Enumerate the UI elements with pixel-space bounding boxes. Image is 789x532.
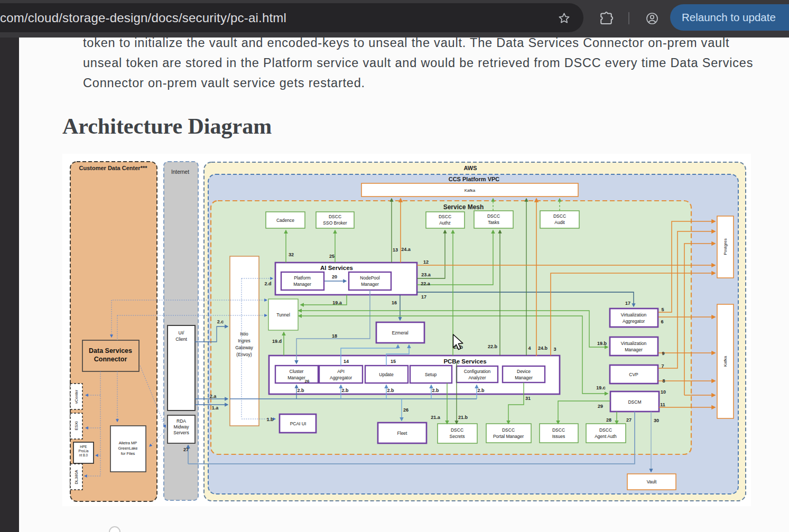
svg-text:API: API [337, 369, 345, 374]
svg-text:DSCC: DSCC [451, 427, 463, 433]
svg-text:NodePool: NodePool [360, 275, 379, 281]
svg-text:AWS: AWS [463, 165, 477, 171]
svg-text:22.a: 22.a [421, 281, 431, 286]
svg-text:Connector: Connector [94, 356, 127, 363]
svg-text:8: 8 [662, 378, 665, 384]
svg-text:Alletra MP: Alletra MP [119, 441, 137, 445]
svg-text:Data Services: Data Services [89, 347, 132, 354]
svg-text:CCS Platform VPC: CCS Platform VPC [449, 176, 500, 182]
svg-text:11: 11 [660, 402, 665, 407]
svg-text:DSCM: DSCM [628, 399, 641, 405]
svg-text:vCenter: vCenter [74, 389, 79, 404]
svg-text:Postgres: Postgres [723, 238, 728, 255]
svg-text:Aggregator: Aggregator [330, 375, 352, 380]
svg-text:16: 16 [392, 300, 397, 305]
svg-text:21.a: 21.a [431, 415, 441, 420]
svg-text:(Envoy): (Envoy) [236, 352, 252, 357]
svg-text:Tasks: Tasks [488, 220, 499, 225]
svg-text:19.b: 19.b [597, 341, 607, 346]
svg-text:Manager: Manager [361, 282, 379, 287]
svg-text:Manager: Manager [625, 347, 643, 352]
svg-text:20: 20 [332, 274, 337, 279]
svg-text:2.b: 2.b [341, 388, 349, 393]
svg-text:17: 17 [421, 294, 426, 300]
svg-text:Aggregator: Aggregator [623, 319, 645, 324]
svg-text:ESXi: ESXi [74, 421, 79, 430]
svg-text:3: 3 [553, 347, 556, 352]
svg-text:27: 27 [626, 417, 632, 423]
svg-text:DSCC: DSCC [599, 427, 612, 433]
svg-text:32: 32 [289, 252, 294, 257]
svg-text:25: 25 [329, 254, 335, 259]
svg-text:SSO Broker: SSO Broker [323, 220, 347, 226]
svg-text:24.a: 24.a [401, 247, 411, 252]
svg-text:RDA: RDA [177, 418, 186, 424]
svg-text:GreenLake: GreenLake [118, 446, 137, 451]
svg-text:Audit: Audit [554, 220, 565, 225]
svg-text:PCAI UI: PCAI UI [290, 421, 307, 426]
svg-text:7: 7 [661, 363, 664, 369]
svg-text:2.b: 2.b [432, 388, 439, 393]
svg-text:29: 29 [598, 404, 603, 409]
svg-text:22.b: 22.b [488, 344, 498, 349]
svg-text:nt 8.0: nt 8.0 [79, 453, 88, 457]
svg-text:Fleet: Fleet [397, 431, 408, 436]
svg-text:15: 15 [391, 359, 396, 364]
svg-text:Kafka: Kafka [465, 188, 476, 193]
svg-text:Portal Manager: Portal Manager [493, 434, 524, 439]
svg-text:for Files: for Files [121, 451, 135, 456]
svg-text:1.b: 1.b [266, 417, 274, 422]
svg-text:Analyzer: Analyzer [468, 375, 486, 380]
svg-text:Tunnel: Tunnel [276, 312, 290, 318]
svg-text:18: 18 [332, 333, 337, 339]
svg-text:DSCC: DSCC [487, 213, 500, 219]
svg-text:21.b: 21.b [458, 415, 468, 420]
svg-text:2.c: 2.c [217, 319, 224, 324]
svg-text:1.a: 1.a [212, 405, 219, 410]
svg-text:2.b: 2.b [297, 388, 304, 393]
svg-text:19.c: 19.c [596, 385, 606, 390]
svg-text:9: 9 [662, 351, 664, 356]
svg-text:6: 6 [661, 319, 663, 324]
svg-text:23.a: 23.a [421, 272, 431, 277]
svg-text:CVP: CVP [629, 372, 638, 377]
svg-text:Customer Data Center***: Customer Data Center*** [79, 165, 148, 171]
svg-text:Gateway: Gateway [235, 345, 253, 350]
svg-text:Ingres: Ingres [238, 338, 250, 343]
svg-text:17: 17 [625, 301, 630, 306]
svg-text:Vault: Vault [647, 479, 657, 484]
svg-text:Service Mesh: Service Mesh [443, 203, 484, 211]
svg-text:Manager: Manager [515, 375, 533, 380]
svg-text:Cluster: Cluster [290, 369, 304, 374]
svg-text:Kafka: Kafka [723, 356, 728, 367]
svg-text:Client: Client [175, 337, 187, 342]
svg-text:Update: Update [379, 372, 394, 377]
svg-text:DL380A: DL380A [74, 470, 79, 484]
svg-text:Internet: Internet [171, 169, 189, 175]
svg-text:2.b: 2.b [387, 388, 394, 393]
svg-text:Setup: Setup [425, 372, 437, 377]
svg-text:Agent Auth: Agent Auth [595, 434, 617, 439]
svg-text:4: 4 [528, 346, 531, 351]
svg-text:Virtualization: Virtualization [621, 341, 647, 346]
svg-text:5: 5 [661, 307, 664, 312]
svg-text:Manager: Manager [293, 282, 311, 287]
svg-text:Cadence: Cadence [276, 218, 294, 223]
svg-text:26: 26 [305, 379, 310, 384]
svg-text:DSCC: DSCC [502, 427, 515, 433]
svg-text:14: 14 [344, 359, 349, 364]
svg-text:10: 10 [661, 389, 666, 395]
svg-text:2.a: 2.a [210, 394, 217, 399]
svg-text:12: 12 [423, 259, 429, 265]
svg-text:2.b: 2.b [477, 388, 485, 393]
svg-text:Device: Device [517, 369, 531, 374]
svg-text:AI Services: AI Services [320, 265, 353, 271]
svg-text:UI/: UI/ [179, 330, 185, 335]
svg-text:Manager: Manager [287, 375, 305, 380]
svg-text:Platform: Platform [294, 275, 311, 281]
svg-text:27: 27 [183, 447, 189, 452]
svg-text:19.a: 19.a [332, 300, 342, 305]
svg-text:Authz: Authz [439, 220, 451, 226]
svg-text:26: 26 [403, 407, 409, 413]
svg-text:HPE: HPE [80, 445, 87, 449]
